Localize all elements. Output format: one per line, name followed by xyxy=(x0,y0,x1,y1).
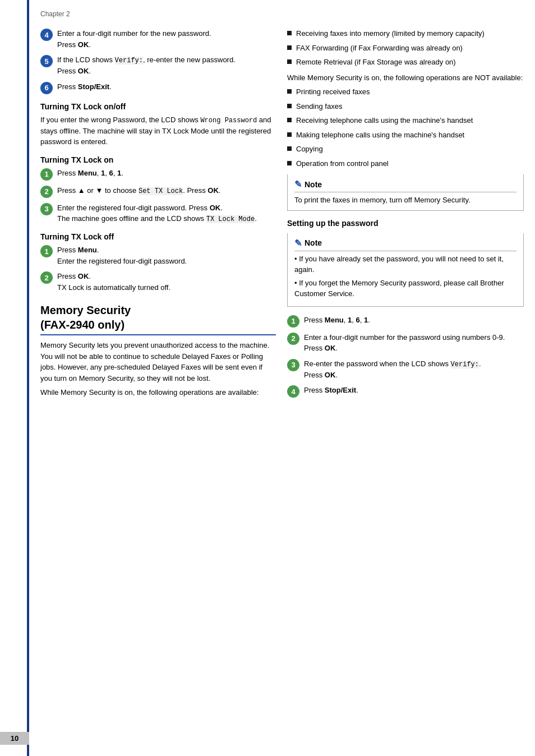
not-available-ops-list: Printing received faxes Sending faxes Re… xyxy=(287,86,524,169)
memory-security-title: Memory Security(FAX-2940 only) xyxy=(40,303,276,332)
section-divider xyxy=(40,334,276,335)
setting-up-password-title: Setting up the password xyxy=(287,219,524,228)
note-box-2: ✎ Note • If you have already set the pas… xyxy=(287,233,524,307)
left-margin: 10 xyxy=(0,0,29,756)
not-available-intro: While Memory Security is on, the followi… xyxy=(287,72,524,84)
setup-step-2-circle: 2 xyxy=(287,333,299,345)
not-available-op-5: Copying xyxy=(287,144,524,155)
bullet-icon-2 xyxy=(287,45,292,50)
chapter-label: Chapter 2 xyxy=(40,10,524,18)
setup-step-3-text: Re-enter the password when the LCD shows… xyxy=(304,358,524,381)
note-header-1: ✎ Note xyxy=(294,179,516,192)
right-column: Receiving faxes into memory (limited by … xyxy=(287,28,524,745)
bullet-icon-1 xyxy=(287,31,292,35)
setup-step-4-text: Press Stop/Exit. xyxy=(304,385,524,396)
turning-tx-lock-onoff-title: Turning TX Lock on/off xyxy=(40,102,276,111)
bullet-icon-na-5 xyxy=(287,146,292,151)
step-4-text: Enter a four-digit number for the new pa… xyxy=(57,28,276,50)
tx-on-step-1: 1 Press Menu, 1, 6, 1. xyxy=(40,168,276,181)
step-5: 5 If the LCD shows Verify:, re-enter the… xyxy=(40,54,276,77)
bullet-icon-na-6 xyxy=(287,161,292,165)
not-available-op-1: Printing received faxes xyxy=(287,86,524,98)
content: Chapter 2 4 Enter a four-digit number fo… xyxy=(29,0,535,756)
step-4-circle: 4 xyxy=(40,29,53,41)
setup-step-3-circle: 3 xyxy=(287,359,299,371)
turning-tx-lock-off-title: Turning TX Lock off xyxy=(40,232,276,241)
step-6: 6 Press Stop/Exit. xyxy=(40,81,276,94)
setup-step-2-text: Enter a four-digit number for the passwo… xyxy=(304,332,524,354)
setup-step-3: 3 Re-enter the password when the LCD sho… xyxy=(287,358,524,381)
tx-on-step-2-circle: 2 xyxy=(40,186,53,198)
tx-on-step-3: 3 Enter the registered four-digit passwo… xyxy=(40,202,276,225)
bullet-icon-na-3 xyxy=(287,118,292,122)
two-col-layout: 4 Enter a four-digit number for the new … xyxy=(40,28,524,745)
bullet-icon-na-1 xyxy=(287,89,292,94)
tx-on-step-2-text: Press ▲ or ▼ to choose Set TX Lock. Pres… xyxy=(57,185,276,196)
note-header-2: ✎ Note xyxy=(294,238,516,251)
memory-security-body1: Memory Security lets you prevent unautho… xyxy=(40,340,276,384)
setup-step-1: 1 Press Menu, 1, 6, 1. xyxy=(287,315,524,328)
tx-on-step-2: 2 Press ▲ or ▼ to choose Set TX Lock. Pr… xyxy=(40,185,276,198)
turning-tx-lock-onoff-body: If you enter the wrong Password, the LCD… xyxy=(40,114,276,147)
setup-step-1-text: Press Menu, 1, 6, 1. xyxy=(304,315,524,326)
turning-tx-lock-on-title: Turning TX Lock on xyxy=(40,155,276,164)
tx-off-step-1-circle: 1 xyxy=(40,245,53,257)
setup-step-4: 4 Press Stop/Exit. xyxy=(287,385,524,398)
setup-step-1-circle: 1 xyxy=(287,315,299,328)
not-available-op-4: Making telephone calls using the machine… xyxy=(287,130,524,141)
tx-on-step-1-circle: 1 xyxy=(40,168,53,181)
page-number: 10 xyxy=(0,732,29,745)
tx-on-step-3-text: Enter the registered four-digit password… xyxy=(57,202,276,225)
note-icon-1: ✎ xyxy=(294,179,302,190)
tx-off-step-2-circle: 2 xyxy=(40,271,53,284)
step-6-circle: 6 xyxy=(40,82,53,94)
tx-off-step-2-text: Press OK. TX Lock is automatically turne… xyxy=(57,271,276,293)
bullet-icon-na-2 xyxy=(287,104,292,108)
available-op-1: Receiving faxes into memory (limited by … xyxy=(287,28,524,39)
note-bullet-1: • If you have already set the password, … xyxy=(294,253,516,275)
setup-step-2: 2 Enter a four-digit number for the pass… xyxy=(287,332,524,354)
tx-off-step-2: 2 Press OK. TX Lock is automatically tur… xyxy=(40,271,276,293)
setup-step-4-circle: 4 xyxy=(287,385,299,398)
step-5-circle: 5 xyxy=(40,55,53,67)
bullet-icon-3 xyxy=(287,59,292,64)
step-6-text: Press Stop/Exit. xyxy=(57,81,276,93)
note-box-1: ✎ Note To print the faxes in memory, tur… xyxy=(287,174,524,211)
note-bullet-2: • If you forget the Memory Security pass… xyxy=(294,278,516,299)
page: 10 Chapter 2 4 Enter a four-digit number… xyxy=(0,0,535,756)
tx-on-step-1-text: Press Menu, 1, 6, 1. xyxy=(57,168,276,179)
bullet-icon-na-4 xyxy=(287,132,292,137)
available-op-2: FAX Forwarding (if Fax Forwarding was al… xyxy=(287,43,524,54)
note-text-1: To print the faxes in memory, turn off M… xyxy=(294,195,516,206)
step-5-text: If the LCD shows Verify:, re-enter the n… xyxy=(57,54,276,77)
memory-security-section: Memory Security(FAX-2940 only) Memory Se… xyxy=(40,303,276,398)
available-op-3: Remote Retrieval (if Fax Storage was alr… xyxy=(287,57,524,68)
tx-on-step-3-circle: 3 xyxy=(40,203,53,215)
step-4: 4 Enter a four-digit number for the new … xyxy=(40,28,276,50)
tx-off-step-1: 1 Press Menu. Enter the registered four-… xyxy=(40,245,276,266)
left-column: 4 Enter a four-digit number for the new … xyxy=(40,28,276,745)
not-available-op-2: Sending faxes xyxy=(287,101,524,112)
not-available-op-6: Operation from control panel xyxy=(287,158,524,169)
tx-off-step-1-text: Press Menu. Enter the registered four-di… xyxy=(57,245,276,266)
available-ops-list: Receiving faxes into memory (limited by … xyxy=(287,28,524,68)
note-icon-2: ✎ xyxy=(294,238,302,248)
memory-security-body2: While Memory Security is on, the followi… xyxy=(40,387,276,398)
not-available-op-3: Receiving telephone calls using the mach… xyxy=(287,115,524,126)
